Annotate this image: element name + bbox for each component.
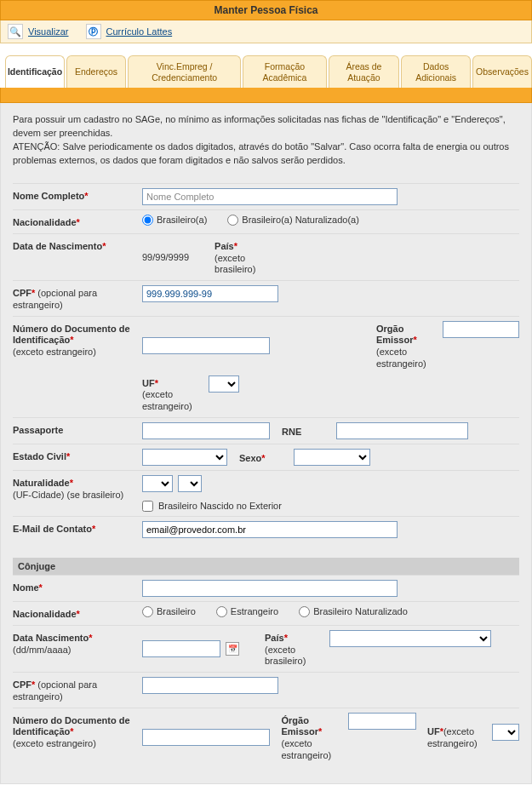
tab-obs[interactable]: Observações	[472, 55, 532, 88]
label-uf: UF*(exceto estrangeiro)	[142, 375, 203, 413]
label-pais: País*(exceto brasileiro)	[215, 238, 283, 276]
radio-c-bras-nat-label: Brasileiro Naturalizado	[313, 606, 408, 616]
tabs: Identificação Endereços Vinc.Empreg / Cr…	[0, 55, 532, 88]
rne-input[interactable]	[336, 422, 468, 439]
nome-completo-input[interactable]	[142, 188, 398, 205]
uf-select[interactable]	[209, 375, 239, 393]
label-nacionalidade: Nacionalidade*	[13, 215, 142, 229]
conjuge-orgao-input[interactable]	[348, 713, 416, 730]
visualizar-link[interactable]: Visualizar	[28, 26, 69, 37]
naturalidade-uf-select[interactable]	[142, 475, 173, 492]
tab-dados[interactable]: Dados Adicionais	[401, 55, 471, 88]
conjuge-pais-select[interactable]	[329, 630, 491, 647]
tab-vinc[interactable]: Vinc.Empreg / Credenciamento	[128, 55, 241, 88]
conjuge-nome-input[interactable]	[142, 580, 398, 597]
label-sexo: Sexo*	[239, 450, 282, 465]
tab-identificacao[interactable]: Identificação	[5, 55, 65, 88]
label-nome-completo: Nome Completo*	[13, 188, 142, 203]
label-orgao: Orgão Emissor*(exceto estrangeiro)	[376, 321, 438, 370]
label-conjuge-nome: Nome*	[13, 580, 142, 594]
email-input[interactable]	[142, 521, 398, 538]
lattes-icon: ⓟ	[86, 24, 101, 39]
conjuge-numdoc-input[interactable]	[142, 729, 270, 746]
conjuge-data-nasc-input[interactable]	[142, 640, 220, 657]
tab-enderecos[interactable]: Endereços	[66, 55, 126, 88]
label-naturalidade: Naturalidade*(UF-Cidade) (se brasileiro)	[13, 475, 142, 502]
tab-formacao[interactable]: Formação Acadêmica	[243, 55, 326, 88]
conjuge-header: Cônjuge	[13, 558, 519, 575]
orgao-input[interactable]	[443, 321, 519, 338]
nascido-exterior-checkbox[interactable]	[142, 501, 153, 512]
search-icon: 🔍	[8, 24, 23, 39]
radio-c-brasileiro[interactable]	[142, 606, 153, 617]
label-conjuge-cpf: CPF* (opcional para estrangeiro)	[13, 677, 142, 703]
label-data-nasc: Data de Nascimento*	[13, 238, 142, 253]
radio-c-brasileiro-label: Brasileiro	[157, 606, 196, 616]
intro-text: Para possuir um cadastro no SAGe, no mín…	[13, 113, 519, 168]
label-conjuge-orgao: Órgão Emissor*(exceto estrangeiro)	[282, 713, 343, 762]
radio-brasileiro-label: Brasileiro(a)	[157, 215, 207, 225]
label-conjuge-pais: País*(exceto brasileiro)	[265, 630, 324, 668]
label-rne: RNE	[282, 424, 324, 438]
label-cpf: CPF* (opcional para estrangeiro)	[13, 285, 142, 312]
radio-brasileiro-nat[interactable]	[227, 215, 238, 226]
label-conjuge-data-nasc: Data Nascimento*(dd/mm/aaaa)	[13, 630, 142, 656]
label-estado-civil: Estado Civil*	[13, 449, 142, 463]
radio-c-bras-nat[interactable]	[299, 606, 310, 617]
radio-brasileiro[interactable]	[142, 215, 153, 226]
numdoc-input[interactable]	[142, 337, 270, 354]
radio-c-estrangeiro[interactable]	[216, 606, 227, 617]
sexo-select[interactable]	[294, 449, 370, 466]
intro-line1: Para possuir um cadastro no SAGe, no mín…	[13, 113, 519, 140]
intro-line2: ATENÇÃO: Salve periodicamente os dados d…	[13, 140, 519, 168]
conjuge-cpf-input[interactable]	[142, 677, 278, 694]
tab-underline	[0, 88, 532, 103]
lattes-link[interactable]: Currículo Lattes	[106, 26, 173, 37]
toolbar: 🔍 Visualizar ⓟ Currículo Lattes	[0, 20, 532, 43]
tab-atuacao[interactable]: Áreas de Atuação	[329, 55, 400, 88]
label-conjuge-numdoc: Número do Documento de Identificação*(ex…	[13, 713, 142, 750]
label-passaporte: Passaporte	[13, 422, 142, 437]
radio-c-estrangeiro-label: Estrangeiro	[231, 606, 278, 616]
label-conjuge-uf: UF*(exceto estrangeiro)	[427, 724, 487, 750]
passaporte-input[interactable]	[142, 422, 270, 439]
radio-brasileiro-nat-label: Brasileiro(a) Naturalizado(a)	[242, 215, 359, 225]
data-nasc-value: 99/99/9999	[142, 252, 189, 262]
content-panel: Para possuir um cadastro no SAGe, no mín…	[0, 103, 532, 784]
cpf-input[interactable]	[142, 285, 278, 302]
calendar-icon[interactable]: 📅	[226, 642, 239, 656]
conjuge-uf-select[interactable]	[492, 724, 519, 741]
label-numdoc: Número do Documento de Identificação*(ex…	[13, 321, 142, 358]
estado-civil-select[interactable]	[142, 449, 227, 466]
label-email: E-Mail de Contato*	[13, 521, 142, 536]
label-conjuge-nacionalidade: Nacionalidade*	[13, 606, 142, 621]
page-title: Manter Pessoa Física	[0, 0, 532, 20]
naturalidade-cidade-select[interactable]	[178, 475, 202, 492]
nascido-exterior-label: Brasileiro Nascido no Exterior	[158, 501, 282, 511]
